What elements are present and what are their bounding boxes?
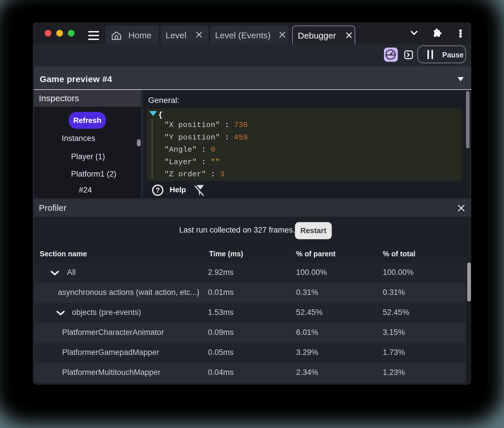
svg-text:?: ? [156, 186, 160, 194]
